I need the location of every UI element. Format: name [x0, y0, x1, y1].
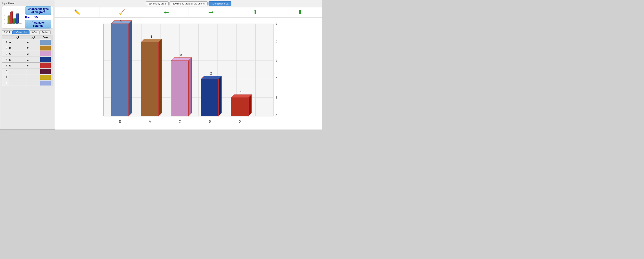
color-cell-2[interactable]: [40, 45, 51, 51]
arrow-left-button[interactable]: ⬅: [144, 8, 189, 17]
xi-cell-5[interactable]: E: [8, 63, 26, 69]
color-cell-4[interactable]: [40, 57, 51, 63]
xi-cell-8[interactable]: [8, 80, 26, 86]
yi-cell-4[interactable]: 1: [26, 57, 40, 63]
color-swatch-2: [40, 46, 51, 51]
color-swatch-6: [40, 69, 51, 74]
svg-text:4: 4: [4, 15, 5, 17]
xi-cell-2[interactable]: B: [8, 45, 26, 51]
choose-diagram-button[interactable]: Choose the type of diagram: [25, 6, 51, 15]
arrow-up-icon: ⬆: [253, 9, 258, 16]
broom-icon: 🧹: [119, 10, 125, 15]
color-cell-5[interactable]: [40, 63, 51, 69]
svg-rect-46: [231, 97, 248, 116]
color-swatch-8: [40, 81, 51, 86]
yi-cell-8[interactable]: [26, 80, 40, 86]
color-cell-3[interactable]: [40, 51, 51, 57]
yi-cell-5[interactable]: 5: [26, 63, 40, 69]
yi-cell-6[interactable]: [26, 69, 40, 74]
bar-a-x-label: A: [149, 120, 151, 123]
arrow-down-button[interactable]: ⬇: [278, 8, 322, 17]
arrow-down-icon: ⬇: [297, 9, 302, 16]
broom-tool-button[interactable]: 🧹: [100, 8, 144, 17]
table-row: 8: [2, 80, 51, 86]
table-row: 7: [2, 74, 51, 80]
table-row: 1A4: [2, 39, 51, 45]
bar-e-x-label: E: [119, 120, 121, 123]
tab-series[interactable]: Series: [40, 30, 50, 34]
right-panel: 2D display area 2D display area for pie …: [55, 0, 322, 130]
svg-text:0: 0: [4, 23, 5, 24]
svg-rect-37: [141, 42, 158, 116]
svg-marker-38: [141, 39, 162, 42]
y-axis-label-5: 5: [276, 21, 278, 25]
color-cell-6[interactable]: [40, 69, 51, 74]
table-row: 2B2: [2, 45, 51, 51]
svg-marker-16: [18, 14, 18, 24]
svg-rect-14: [16, 14, 18, 24]
table-row: 6: [2, 69, 51, 74]
table-row: 5E5: [2, 63, 51, 69]
row-number-2: 2: [2, 45, 8, 51]
scrollbar[interactable]: [51, 35, 53, 86]
display-tabs: 2D display area 2D display area for pie …: [55, 0, 322, 7]
bar-d-x-label: D: [238, 120, 241, 123]
bar-e-value-label: 5: [120, 19, 122, 23]
svg-rect-34: [111, 24, 129, 116]
col-header-num: [2, 36, 8, 39]
pencil-icon: ✏️: [74, 10, 80, 15]
table-row: 4D1: [2, 57, 51, 63]
svg-marker-48: [248, 95, 251, 116]
parameter-settings-button[interactable]: Parameter settings: [25, 20, 51, 29]
y-axis-label-2: 2: [276, 77, 278, 81]
chart-area: 0 1 2 3 4 5 5 E 4 A: [55, 18, 322, 130]
yi-cell-7[interactable]: [26, 74, 40, 80]
col-header-xi: x_i: [8, 36, 26, 39]
yi-cell-3[interactable]: 3: [26, 51, 40, 57]
color-swatch-3: [40, 51, 51, 56]
color-cell-7[interactable]: [40, 74, 51, 80]
tab-row: 2 Col 2 Col+color 3 Col Series: [2, 30, 53, 34]
xi-cell-6[interactable]: [8, 69, 26, 74]
preview-info: Choose the type of diagram Bar in 3D Par…: [25, 6, 51, 29]
tab-3d-display[interactable]: 3D display area: [208, 1, 232, 6]
y-axis-label-1: 1: [276, 95, 278, 99]
xi-cell-7[interactable]: [8, 74, 26, 80]
bar-d-value-label: 1: [240, 90, 242, 94]
tab-2col-color[interactable]: 2 Col+color: [12, 30, 29, 34]
col-header-color: Color: [40, 36, 51, 39]
tab-2d-display[interactable]: 2D display area: [146, 1, 168, 6]
arrow-right-button[interactable]: ➡: [189, 8, 234, 17]
pencil-tool-button[interactable]: ✏️: [55, 8, 100, 17]
yi-cell-2[interactable]: 2: [26, 45, 40, 51]
panel-title: Input Panel: [2, 2, 53, 5]
arrow-up-button[interactable]: ⬆: [233, 8, 278, 17]
preview-area: 0 2 4 Choose the type of diagram Bar in …: [2, 6, 53, 29]
svg-rect-11: [13, 19, 15, 24]
svg-marker-44: [201, 76, 222, 79]
row-number-1: 1: [2, 39, 8, 45]
3d-bar-chart: 0 1 2 3 4 5 5 E 4 A: [88, 19, 290, 129]
color-cell-1[interactable]: [40, 39, 51, 45]
yi-cell-1[interactable]: 4: [26, 39, 40, 45]
svg-rect-5: [8, 16, 10, 24]
y-axis-label-0: 0: [276, 114, 278, 118]
xi-cell-4[interactable]: D: [8, 57, 26, 63]
svg-text:2: 2: [4, 19, 5, 21]
svg-rect-8: [10, 12, 12, 24]
xi-cell-1[interactable]: A: [8, 39, 26, 45]
xi-cell-3[interactable]: C: [8, 51, 26, 57]
arrow-left-icon: ⬅: [164, 9, 169, 16]
svg-marker-45: [219, 76, 222, 116]
tab-2d-pie[interactable]: 2D display area for pie charts: [170, 1, 208, 6]
bar-c-x-label: C: [179, 120, 181, 123]
tab-3col[interactable]: 3 Col: [29, 30, 39, 34]
bar-b-value-label: 2: [210, 72, 212, 75]
svg-marker-47: [231, 95, 251, 97]
arrow-right-icon: ➡: [208, 9, 214, 16]
tab-2col[interactable]: 2 Col: [2, 30, 12, 34]
col-header-yi: y_i: [26, 36, 40, 39]
svg-marker-36: [129, 21, 132, 116]
input-panel: Input Panel 0 2 4: [0, 0, 55, 130]
color-cell-8[interactable]: [40, 80, 51, 86]
